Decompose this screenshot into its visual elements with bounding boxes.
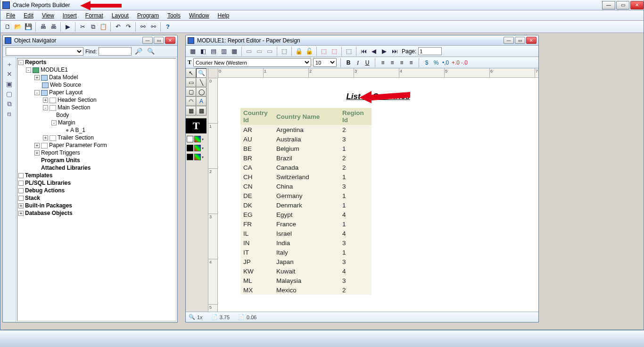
insert-field-icon[interactable]: ⬚	[319, 47, 329, 56]
view-data-model-icon[interactable]: ▦	[188, 47, 198, 56]
tree-program-units[interactable]: Program Units	[41, 157, 80, 164]
editor-titlebar[interactable]: MODULE1: Report Editor - Paper Design — …	[186, 35, 538, 46]
table-cell[interactable]: 3	[339, 257, 372, 266]
table-row[interactable]: CHSwitzerland1	[240, 172, 372, 182]
text-color-picker-icon[interactable]	[194, 154, 201, 160]
expand-icon[interactable]: ▣	[5, 80, 14, 89]
report-table[interactable]: Country Id Country Name Region Id ARArge…	[240, 108, 372, 295]
collapse-all-icon[interactable]: ⧈	[5, 110, 14, 118]
table-cell[interactable]: 1	[339, 144, 372, 153]
navigator-type-select[interactable]	[6, 47, 83, 56]
lock-icon[interactable]: 🔒	[294, 47, 304, 56]
body-icon[interactable]: ▭	[255, 47, 264, 56]
disconnect-icon[interactable]: ⚯	[149, 22, 158, 32]
magnify-tool-icon[interactable]: 🔍	[196, 68, 206, 78]
table-row[interactable]: DKDenmark1	[240, 200, 372, 210]
editor-close-button[interactable]: ✕	[526, 37, 537, 44]
table-cell[interactable]: 1	[339, 191, 372, 200]
select-tool-icon[interactable]: ↖	[186, 68, 196, 78]
paste-icon[interactable]: 📋	[99, 22, 108, 32]
next-page-icon[interactable]: ▶	[380, 47, 389, 56]
menu-file[interactable]: File	[2, 11, 19, 20]
create-icon[interactable]: ＋	[5, 60, 14, 69]
table-cell[interactable]: 2	[339, 163, 372, 172]
insert-text-icon[interactable]: ⬚	[330, 47, 339, 56]
expand-all-icon[interactable]: ⧉	[5, 100, 14, 108]
table-cell[interactable]: 3	[339, 182, 372, 191]
align-justify-icon[interactable]: ≡	[407, 59, 415, 66]
table-cell[interactable]: ML	[240, 276, 273, 285]
tree-stack[interactable]: Stack	[25, 195, 40, 201]
print-icon[interactable]: 🖶	[38, 22, 48, 32]
collapse-icon[interactable]: ▢	[5, 90, 14, 99]
tree-templates[interactable]: Templates	[25, 172, 52, 179]
align-right-icon[interactable]: ≡	[398, 59, 405, 66]
arc-tool-icon[interactable]: ◠	[186, 97, 196, 106]
table-cell[interactable]: Canada	[273, 163, 339, 172]
tree-paper-parameter-form[interactable]: Paper Parameter Form	[49, 142, 107, 149]
find-prev-icon[interactable]: 🔍	[146, 47, 156, 56]
table-cell[interactable]: Argentina	[273, 125, 339, 134]
tree-report-triggers[interactable]: Report Triggers	[41, 149, 80, 156]
fill-color-picker-icon[interactable]	[194, 136, 201, 142]
tree-plsql-libraries[interactable]: PL/SQL Libraries	[25, 180, 71, 186]
col-country-id[interactable]: Country Id	[240, 108, 273, 125]
line-tool-icon[interactable]: ╲	[196, 78, 206, 87]
repeating-frame-icon[interactable]: ▩	[196, 106, 206, 116]
table-cell[interactable]: 3	[339, 134, 372, 144]
navigator-minimize-button[interactable]: —	[142, 37, 153, 44]
close-button[interactable]: ✕	[630, 1, 644, 9]
table-row[interactable]: FRFrance1	[240, 219, 372, 229]
maximize-button[interactable]: ▭	[616, 1, 629, 9]
menu-window[interactable]: Window	[185, 11, 213, 20]
underline-button[interactable]: U	[363, 59, 371, 66]
table-cell[interactable]: France	[273, 219, 339, 229]
menu-insert[interactable]: Insert	[59, 11, 81, 20]
text-tool-icon[interactable]: A	[196, 97, 206, 106]
table-cell[interactable]: 2	[339, 153, 372, 163]
navigator-tree[interactable]: -Reports -MODULE1 +Data Model Web Source…	[17, 58, 176, 321]
table-cell[interactable]: EG	[240, 210, 273, 219]
currency-icon[interactable]: $	[423, 59, 430, 66]
table-cell[interactable]: CA	[240, 163, 273, 172]
table-row[interactable]: AUAustralia3	[240, 134, 372, 144]
help-icon[interactable]: ?	[163, 22, 173, 32]
menu-tools[interactable]: Tools	[164, 11, 184, 20]
table-cell[interactable]: Kuwait	[273, 266, 339, 276]
table-cell[interactable]: India	[273, 238, 339, 248]
table-cell[interactable]: KW	[240, 266, 273, 276]
tree-body[interactable]: Body	[56, 112, 69, 118]
table-cell[interactable]: 1	[339, 248, 372, 257]
page-input[interactable]	[418, 47, 442, 55]
table-row[interactable]: BRBrazil2	[240, 153, 372, 163]
align-left-icon[interactable]: ≡	[379, 59, 387, 66]
font-family-select[interactable]: Courier New (Western	[193, 58, 311, 67]
design-canvas[interactable]: List of Countries Country Id Country Nam…	[218, 78, 538, 312]
table-cell[interactable]: BE	[240, 144, 273, 153]
table-cell[interactable]: JP	[240, 257, 273, 266]
titlebar[interactable]: Oracle Reports Builder — ▭ ✕	[0, 0, 644, 10]
copy-icon[interactable]: ⧉	[88, 22, 98, 32]
tree-web-source[interactable]: Web Source	[50, 82, 81, 88]
editor-minimize-button[interactable]: —	[504, 37, 514, 44]
bold-button[interactable]: B	[345, 59, 352, 66]
redo-icon[interactable]: ↷	[124, 22, 133, 32]
table-row[interactable]: JPJapan3	[240, 257, 372, 266]
horizontal-ruler[interactable]: 01234567	[218, 68, 538, 78]
col-region-id[interactable]: Region Id	[339, 108, 372, 125]
table-cell[interactable]: IL	[240, 229, 273, 238]
table-cell[interactable]: Japan	[273, 257, 339, 266]
table-cell[interactable]: Brazil	[273, 153, 339, 163]
table-row[interactable]: CNChina3	[240, 182, 372, 191]
round-rect-tool-icon[interactable]: ▢	[186, 87, 196, 97]
table-cell[interactable]: FR	[240, 219, 273, 229]
table-cell[interactable]: 2	[339, 125, 372, 134]
open-icon[interactable]: 📂	[13, 22, 23, 32]
table-cell[interactable]: Germany	[273, 191, 339, 200]
table-row[interactable]: MXMexico2	[240, 285, 372, 295]
tree-header-section[interactable]: Header Section	[58, 97, 97, 103]
table-row[interactable]: ILIsrael4	[240, 229, 372, 238]
save-icon[interactable]: 💾	[24, 22, 33, 32]
menu-layout[interactable]: Layout	[108, 11, 132, 20]
frame-tool-icon[interactable]: ▦	[186, 106, 196, 116]
